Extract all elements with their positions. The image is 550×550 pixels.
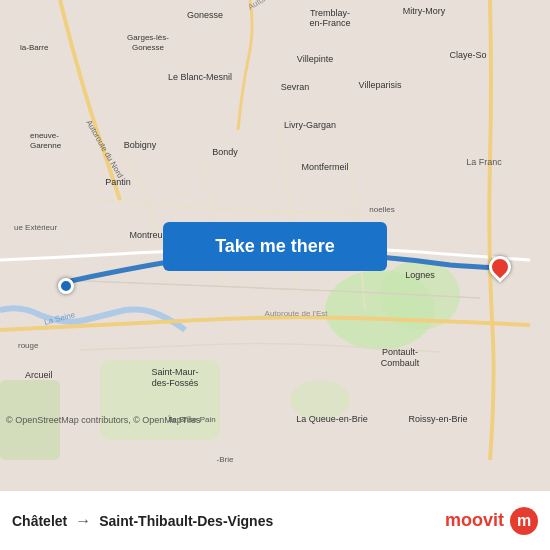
svg-text:ue Extérieur: ue Extérieur	[14, 223, 57, 232]
svg-text:La Queue-en-Brie: La Queue-en-Brie	[296, 414, 368, 424]
svg-text:Livry-Gargan: Livry-Gargan	[284, 120, 336, 130]
svg-text:Sevran: Sevran	[281, 82, 310, 92]
svg-text:Saint-Maur-: Saint-Maur-	[151, 367, 198, 377]
svg-text:Montreuil: Montreuil	[129, 230, 166, 240]
route-info: Châtelet → Saint-Thibault-Des-Vignes	[12, 512, 445, 530]
svg-text:Autoroute de l'Est: Autoroute de l'Est	[265, 309, 329, 318]
moovit-text: moovit	[445, 510, 504, 531]
svg-text:Garenne: Garenne	[30, 141, 62, 150]
svg-text:Bondy: Bondy	[212, 147, 238, 157]
map-container: Gonesse Tremblay- en-France Mitry-Mory G…	[0, 0, 550, 490]
destination-label: Saint-Thibault-Des-Vignes	[99, 513, 273, 529]
svg-text:La Franc: La Franc	[466, 157, 502, 167]
svg-text:Roissy-en-Brie: Roissy-en-Brie	[408, 414, 467, 424]
svg-text:Garges-lès-: Garges-lès-	[127, 33, 169, 42]
svg-text:Arcueil: Arcueil	[25, 370, 53, 380]
origin-marker	[58, 278, 74, 294]
svg-text:Pontault-: Pontault-	[382, 347, 418, 357]
svg-text:en-France: en-France	[309, 18, 350, 28]
svg-text:Gonesse: Gonesse	[132, 43, 165, 52]
svg-text:Tremblay-: Tremblay-	[310, 8, 350, 18]
svg-text:rouge: rouge	[18, 341, 39, 350]
svg-text:Montfermeil: Montfermeil	[301, 162, 348, 172]
svg-text:Villepinte: Villepinte	[297, 54, 333, 64]
take-me-there-button[interactable]: Take me there	[163, 222, 387, 271]
svg-text:Villeparisis: Villeparisis	[359, 80, 402, 90]
svg-text:-Brie: -Brie	[217, 455, 234, 464]
take-me-there-label: Take me there	[215, 236, 335, 257]
svg-text:des-Fossés: des-Fossés	[152, 378, 199, 388]
map-attribution: © OpenStreetMap contributors, © OpenMapT…	[6, 415, 201, 425]
bottom-bar: Châtelet → Saint-Thibault-Des-Vignes moo…	[0, 490, 550, 550]
svg-text:Combault: Combault	[381, 358, 420, 368]
svg-text:Mitry-Mory: Mitry-Mory	[403, 6, 446, 16]
svg-text:Le Blanc-Mesnil: Le Blanc-Mesnil	[168, 72, 232, 82]
svg-text:noelles: noelles	[369, 205, 394, 214]
moovit-icon: m	[510, 507, 538, 535]
svg-text:Claye-So: Claye-So	[449, 50, 486, 60]
svg-text:Gonesse: Gonesse	[187, 10, 223, 20]
svg-text:Bobigny: Bobigny	[124, 140, 157, 150]
svg-text:la-Barre: la-Barre	[20, 43, 49, 52]
svg-text:Lognes: Lognes	[405, 270, 435, 280]
origin-label: Châtelet	[12, 513, 67, 529]
moovit-logo: moovit m	[445, 507, 538, 535]
arrow-icon: →	[75, 512, 91, 530]
svg-text:eneuve-: eneuve-	[30, 131, 59, 140]
